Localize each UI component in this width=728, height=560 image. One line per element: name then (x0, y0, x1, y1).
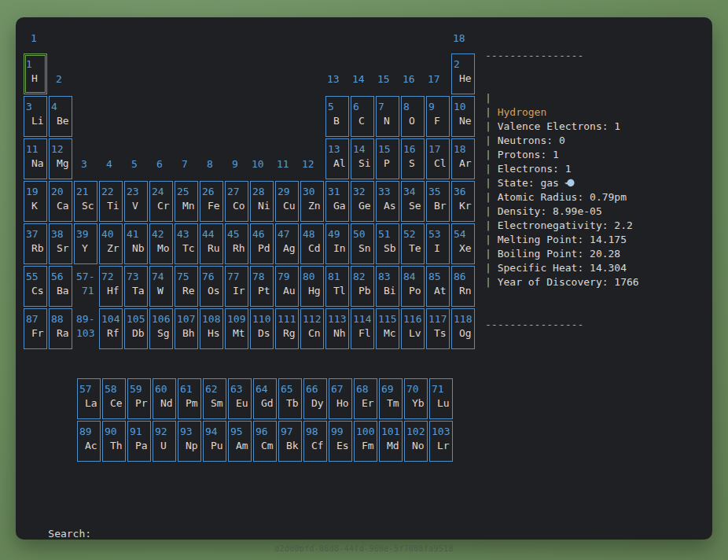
element-cell-Rb[interactable]: 37Rb (24, 223, 47, 264)
element-cell-S[interactable]: 16S (401, 138, 425, 179)
element-cell-Mg[interactable]: 12Mg (49, 138, 72, 179)
element-cell-Cl[interactable]: 17Cl (426, 138, 450, 179)
element-cell-Lu[interactable]: 71Lu (429, 378, 453, 419)
element-cell-Cf[interactable]: 98Cf (303, 421, 327, 462)
element-cell-Np[interactable]: 93Np (178, 421, 201, 462)
element-cell-Dy[interactable]: 66Dy (303, 378, 327, 419)
element-cell-Ag[interactable]: 47Ag (275, 223, 299, 264)
element-cell-Ar[interactable]: 18Ar (451, 138, 475, 179)
element-cell-Th[interactable]: 90Th (102, 421, 126, 462)
element-cell-Am[interactable]: 95Am (228, 421, 252, 462)
element-cell-Rf[interactable]: 104Rf (99, 308, 123, 349)
element-cell-Cr[interactable]: 24Cr (149, 181, 173, 222)
element-cell-Rn[interactable]: 86Rn (451, 266, 475, 307)
element-cell-Kr[interactable]: 36Kr (451, 181, 475, 222)
element-cell-Al[interactable]: 13Al (325, 138, 349, 179)
element-cell-Nb[interactable]: 41Nb (124, 223, 148, 264)
element-cell-B[interactable]: 5B (325, 96, 349, 137)
element-cell-Ge[interactable]: 32Ge (351, 181, 374, 222)
element-cell-Tm[interactable]: 69Tm (379, 378, 403, 419)
element-cell-Pd[interactable]: 46Pd (250, 223, 274, 264)
element-cell-Yb[interactable]: 70Yb (404, 378, 428, 419)
element-cell-Fl[interactable]: 114Fl (351, 308, 374, 349)
element-cell-Eu[interactable]: 63Eu (228, 378, 252, 419)
element-cell-Gd[interactable]: 64Gd (253, 378, 277, 419)
element-cell-Sm[interactable]: 62Sm (203, 378, 226, 419)
element-cell-Ir[interactable]: 77Ir (225, 266, 248, 307)
element-cell-Y[interactable]: 39Y (74, 223, 97, 264)
element-cell-K[interactable]: 19K (24, 181, 47, 222)
element-cell-Br[interactable]: 35Br (426, 181, 450, 222)
element-cell-Db[interactable]: 105Db (124, 308, 148, 349)
element-cell-Ts[interactable]: 117Ts (426, 308, 450, 349)
element-cell-Cn[interactable]: 112Cn (300, 308, 324, 349)
element-cell-Po[interactable]: 84Po (401, 266, 425, 307)
element-cell-Pr[interactable]: 59Pr (127, 378, 151, 419)
element-cell-Rh[interactable]: 45Rh (225, 223, 248, 264)
element-cell-Fm[interactable]: 100Fm (354, 421, 377, 462)
element-cell-Ni[interactable]: 28Ni (250, 181, 274, 222)
element-cell-Pm[interactable]: 61Pm (178, 378, 201, 419)
element-cell-Ru[interactable]: 44Ru (200, 223, 223, 264)
element-cell-Hs[interactable]: 108Hs (200, 308, 223, 349)
element-cell-Ba[interactable]: 56Ba (49, 266, 72, 307)
element-cell-Pa[interactable]: 91Pa (127, 421, 151, 462)
element-cell-Zr[interactable]: 40Zr (99, 223, 123, 264)
element-cell-Lr[interactable]: 103Lr (429, 421, 453, 462)
element-cell-Mo[interactable]: 42Mo (149, 223, 173, 264)
element-cell-Es[interactable]: 99Es (329, 421, 352, 462)
element-cell-H[interactable]: 1H (24, 53, 47, 94)
search-input[interactable]: Search: (24, 513, 91, 527)
element-cell-F[interactable]: 9F (426, 96, 450, 137)
element-cell-Ta[interactable]: 73Ta (124, 266, 148, 307)
element-cell-Sr[interactable]: 38Sr (49, 223, 72, 264)
element-cell-Rg[interactable]: 111Rg (275, 308, 299, 349)
element-cell-Ca[interactable]: 20Ca (49, 181, 72, 222)
element-cell-He[interactable]: 2He (451, 53, 475, 94)
element-cell-Md[interactable]: 101Md (379, 421, 403, 462)
element-cell-Cm[interactable]: 96Cm (253, 421, 277, 462)
element-cell-Pt[interactable]: 78Pt (250, 266, 274, 307)
element-cell-Zn[interactable]: 30Zn (300, 181, 324, 222)
element-cell-No[interactable]: 102No (404, 421, 428, 462)
element-cell-Sb[interactable]: 51Sb (376, 223, 399, 264)
element-cell-Mc[interactable]: 115Mc (376, 308, 399, 349)
element-cell-At[interactable]: 85At (426, 266, 450, 307)
element-cell-Be[interactable]: 4Be (49, 96, 72, 137)
element-cell-Au[interactable]: 79Au (275, 266, 299, 307)
element-cell-Si[interactable]: 14Si (351, 138, 374, 179)
element-cell-Os[interactable]: 76Os (200, 266, 223, 307)
element-cell-P[interactable]: 15P (376, 138, 399, 179)
element-cell-Ti[interactable]: 22Ti (99, 181, 123, 222)
element-cell-Bk[interactable]: 97Bk (278, 421, 302, 462)
element-cell-Bi[interactable]: 83Bi (376, 266, 399, 307)
element-cell-Se[interactable]: 34Se (401, 181, 425, 222)
element-cell-Ds[interactable]: 110Ds (250, 308, 274, 349)
element-cell-Tl[interactable]: 81Tl (325, 266, 349, 307)
element-cell-Hf[interactable]: 72Hf (99, 266, 123, 307)
element-cell-W[interactable]: 74W (149, 266, 173, 307)
element-cell-Ce[interactable]: 58Ce (102, 378, 126, 419)
element-cell-Hg[interactable]: 80Hg (300, 266, 324, 307)
element-cell-U[interactable]: 92U (153, 421, 176, 462)
element-cell-Er[interactable]: 68Er (354, 378, 377, 419)
element-cell-I[interactable]: 53I (426, 223, 450, 264)
element-cell-Xe[interactable]: 54Xe (451, 223, 475, 264)
element-cell-Nd[interactable]: 60Nd (153, 378, 176, 419)
element-cell-Ga[interactable]: 31Ga (325, 181, 349, 222)
element-cell-Cu[interactable]: 29Cu (275, 181, 299, 222)
element-cell-O[interactable]: 8O (401, 96, 425, 137)
element-cell-Nh[interactable]: 113Nh (325, 308, 349, 349)
element-cell-Te[interactable]: 52Te (401, 223, 425, 264)
element-cell-Fr[interactable]: 87Fr (24, 308, 47, 349)
element-cell-V[interactable]: 23V (124, 181, 148, 222)
element-cell-Lv[interactable]: 116Lv (401, 308, 425, 349)
element-cell-Cd[interactable]: 48Cd (300, 223, 324, 264)
element-cell-Mn[interactable]: 25Mn (175, 181, 198, 222)
element-cell-As[interactable]: 33As (376, 181, 399, 222)
element-cell-Li[interactable]: 3Li (24, 96, 47, 137)
element-cell-Ra[interactable]: 88Ra (49, 308, 72, 349)
element-cell-Pb[interactable]: 82Pb (351, 266, 374, 307)
element-cell-Ho[interactable]: 67Ho (329, 378, 352, 419)
element-cell-Cs[interactable]: 55Cs (24, 266, 47, 307)
